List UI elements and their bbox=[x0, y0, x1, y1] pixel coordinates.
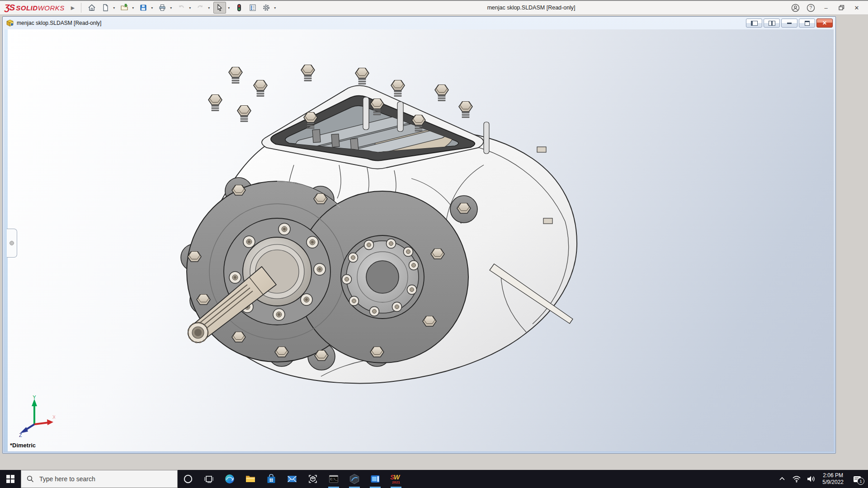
home-button[interactable] bbox=[86, 2, 98, 13]
taskbar-item-media-app[interactable] bbox=[365, 470, 386, 488]
notification-count-badge: 1 bbox=[857, 478, 864, 485]
account-icon bbox=[791, 4, 800, 12]
restore-icon bbox=[839, 5, 844, 10]
feature-pane-splitter[interactable] bbox=[7, 229, 17, 258]
taskbar: C:\_ S W 2021 bbox=[0, 470, 868, 488]
taskbar-item-store[interactable] bbox=[261, 470, 282, 488]
open-icon bbox=[120, 4, 129, 12]
app-restore-button[interactable] bbox=[835, 2, 848, 14]
file-explorer-icon bbox=[245, 474, 256, 484]
undo-button[interactable] bbox=[175, 2, 187, 13]
store-icon bbox=[266, 474, 277, 484]
gearbox-model[interactable] bbox=[5, 29, 834, 451]
taskbar-item-hexagon-app[interactable] bbox=[344, 470, 365, 488]
chevron-up-icon bbox=[778, 475, 786, 483]
wifi-icon bbox=[792, 475, 801, 483]
taskbar-item-solidworks[interactable]: S W 2021 bbox=[386, 470, 406, 488]
close-icon: ✕ bbox=[822, 20, 827, 26]
account-button[interactable] bbox=[788, 2, 802, 14]
document-window: menjac sklop.SLDASM [Read-only] ✕ bbox=[2, 16, 836, 454]
open-button[interactable] bbox=[118, 2, 130, 13]
task-pane-toggle-button[interactable] bbox=[764, 19, 780, 28]
pane-right-icon bbox=[769, 21, 775, 26]
print-icon bbox=[158, 4, 166, 12]
doc-minimize-button[interactable] bbox=[781, 19, 797, 28]
taskbar-item-cortana[interactable] bbox=[178, 470, 198, 488]
selection-lights-button[interactable] bbox=[233, 2, 245, 13]
feature-pane-toggle-button[interactable] bbox=[746, 19, 762, 28]
orientation-triad: Y X Z bbox=[14, 395, 55, 437]
save-dropdown[interactable]: ▾ bbox=[149, 2, 155, 13]
action-center-button[interactable]: 1 bbox=[849, 470, 865, 488]
assembly-file-icon bbox=[6, 19, 14, 27]
network-button[interactable] bbox=[791, 470, 802, 488]
open-dropdown[interactable]: ▾ bbox=[130, 2, 136, 13]
volume-button[interactable] bbox=[805, 470, 817, 488]
document-titlebar[interactable]: menjac sklop.SLDASM [Read-only] ✕ bbox=[3, 17, 835, 29]
taskbar-search[interactable] bbox=[21, 470, 178, 488]
triad-z-label: Z bbox=[19, 432, 22, 437]
taskbar-item-file-explorer[interactable] bbox=[240, 470, 261, 488]
help-button[interactable]: ? bbox=[804, 2, 817, 14]
clock-time: 2:06 PM bbox=[822, 472, 844, 479]
solidworks-logo: ƷS SOLID WORKS bbox=[5, 3, 65, 13]
file-properties-button[interactable] bbox=[247, 2, 259, 13]
app-close-button[interactable]: ✕ bbox=[850, 2, 863, 14]
file-properties-icon bbox=[249, 4, 257, 12]
app-titlebar: ƷS SOLID WORKS ▶ ▾ ▾ bbox=[0, 0, 868, 15]
system-tray: 2:06 PM 5/9/2022 1 bbox=[776, 470, 868, 488]
app-minimize-button[interactable]: – bbox=[819, 2, 833, 14]
select-cursor-icon bbox=[216, 4, 224, 12]
new-document-dropdown[interactable]: ▾ bbox=[111, 2, 117, 13]
save-button[interactable] bbox=[137, 2, 149, 13]
new-document-button[interactable] bbox=[99, 2, 111, 13]
clock-date: 5/9/2022 bbox=[822, 479, 844, 486]
redo-dropdown[interactable]: ▾ bbox=[206, 2, 212, 13]
media-app-icon bbox=[370, 474, 381, 484]
doc-close-button[interactable]: ✕ bbox=[816, 19, 833, 28]
print-dropdown[interactable]: ▾ bbox=[168, 2, 174, 13]
home-icon bbox=[88, 4, 96, 12]
document-title: menjac sklop.SLDASM [Read-only] bbox=[17, 20, 101, 26]
speaker-icon bbox=[807, 475, 816, 483]
help-icon: ? bbox=[807, 4, 815, 12]
command-prompt-icon: C:\_ bbox=[328, 474, 339, 484]
minimize-icon bbox=[787, 23, 792, 24]
triad-x-label: X bbox=[52, 414, 55, 420]
solidworks-2021-icon: S W 2021 bbox=[390, 473, 402, 485]
3d-viewport[interactable]: Y X Z *Dimetric bbox=[5, 29, 834, 451]
splitter-grip-icon bbox=[9, 241, 14, 245]
solidworks-logo-solid: SOLID bbox=[16, 4, 38, 12]
taskbar-item-3d-viewer[interactable] bbox=[302, 470, 323, 488]
start-button[interactable] bbox=[0, 470, 21, 488]
cortana-icon bbox=[183, 474, 193, 484]
svg-text:W: W bbox=[394, 474, 401, 481]
triad-y-label: Y bbox=[33, 395, 36, 400]
edge-icon bbox=[224, 474, 235, 484]
options-button[interactable] bbox=[260, 2, 272, 13]
doc-restore-button[interactable] bbox=[799, 19, 815, 28]
select-tool-dropdown[interactable]: ▾ bbox=[226, 2, 231, 13]
search-input[interactable] bbox=[38, 475, 153, 483]
print-button[interactable] bbox=[156, 2, 168, 13]
search-icon bbox=[27, 475, 34, 483]
undo-icon bbox=[177, 4, 185, 12]
options-dropdown[interactable]: ▾ bbox=[272, 2, 278, 13]
taskbar-item-edge[interactable] bbox=[219, 470, 240, 488]
select-tool-button[interactable] bbox=[213, 2, 226, 14]
restore-window-icon bbox=[805, 21, 810, 26]
view-orientation-label: *Dimetric bbox=[10, 442, 36, 449]
taskbar-item-command-prompt[interactable]: C:\_ bbox=[323, 470, 344, 488]
redo-icon bbox=[196, 4, 204, 12]
svg-text:?: ? bbox=[809, 5, 812, 10]
hidden-icons-button[interactable] bbox=[776, 470, 788, 488]
taskbar-item-task-view[interactable] bbox=[198, 470, 219, 488]
solidworks-year-badge: 2021 bbox=[392, 480, 400, 484]
traffic-light-icon bbox=[235, 4, 243, 12]
menu-flyout-arrow-icon[interactable]: ▶ bbox=[71, 5, 75, 11]
redo-button[interactable] bbox=[194, 2, 206, 13]
taskbar-clock[interactable]: 2:06 PM 5/9/2022 bbox=[820, 472, 846, 486]
undo-dropdown[interactable]: ▾ bbox=[187, 2, 193, 13]
taskbar-item-mail[interactable] bbox=[282, 470, 302, 488]
right-bearing-cover[interactable] bbox=[341, 235, 424, 319]
